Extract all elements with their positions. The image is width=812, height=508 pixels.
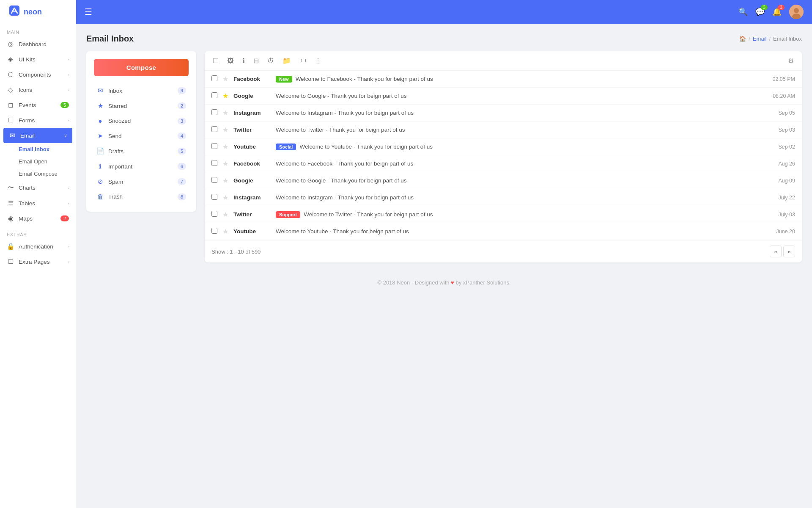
spam-count: 7 [178,178,186,185]
mail-folder-snoozed[interactable]: ● Snoozed 3 [94,113,189,128]
charts-icon: 〜 [7,184,14,192]
email-row[interactable]: ★ Youtube Welcome to Youtube - Thank you… [205,223,802,240]
sidebar-item-email-open[interactable]: Email Open [0,155,76,168]
email-checkbox[interactable] [211,92,217,98]
email-checkbox-wrapper[interactable] [211,109,217,116]
email-checkbox[interactable] [211,109,217,115]
star-icon[interactable]: ★ [222,177,228,185]
email-toolbar: ☐ 🖼 ℹ ⊟ ⏱ 📁 🏷 ⋮ ⚙ [205,51,802,71]
search-icon-button[interactable]: 🔍 [738,7,748,17]
chevron-right-icon: › [67,185,69,190]
mail-folder-inbox[interactable]: ✉ Inbox 9 [94,83,189,98]
email-checkbox-wrapper[interactable] [211,194,217,201]
email-checkbox[interactable] [211,228,217,234]
email-checkbox-wrapper[interactable] [211,75,217,83]
star-icon[interactable]: ★ [222,75,228,83]
report-icon[interactable]: ℹ [241,55,246,66]
email-checkbox[interactable] [211,160,217,166]
prev-page-button[interactable]: « [770,246,782,257]
email-row[interactable]: ★ Instagram Welcome to Instagram - Thank… [205,105,802,121]
mail-folder-drafts[interactable]: 📄 Drafts 5 [94,144,189,159]
email-row[interactable]: ★ Google Welcome to Google - Thank you f… [205,88,802,105]
sidebar-item-icons[interactable]: ◇ Icons › [0,82,76,97]
settings-icon[interactable]: ⚙ [787,55,795,66]
sidebar-item-maps[interactable]: ◉ Maps 2 [0,211,76,226]
messages-icon-button[interactable]: 💬 3 [755,7,765,17]
star-icon[interactable]: ★ [222,210,228,218]
email-time: Aug 09 [778,178,795,184]
avatar[interactable] [789,5,804,19]
sidebar-item-email[interactable]: ✉ Email ∨ [3,128,72,143]
sidebar-item-label: Extra Pages [19,259,67,265]
label-icon[interactable]: 🏷 [298,56,307,66]
star-icon[interactable]: ★ [222,143,228,151]
email-subject: Welcome to Instagram - Thank you for bei… [276,110,414,116]
mail-folder-starred[interactable]: ★ Starred 2 [94,98,189,113]
next-page-button[interactable]: » [783,246,795,257]
breadcrumb-email-link[interactable]: Email [753,36,767,42]
sidebar-item-extra-pages[interactable]: ☐ Extra Pages › [0,254,76,269]
hamburger-button[interactable]: ☰ [85,7,92,17]
sidebar-item-email-inbox[interactable]: Email Inbox [0,143,76,155]
main-content: Email Inbox 🏠 / Email / Email Inbox Comp… [76,24,812,508]
star-icon[interactable]: ★ [222,160,228,168]
email-checkbox-wrapper[interactable] [211,92,217,99]
star-icon[interactable]: ★ [222,193,228,202]
move-icon[interactable]: 📁 [281,55,292,66]
mail-folder-send[interactable]: ➤ Send 4 [94,128,189,144]
chevron-right-icon: › [67,201,69,206]
email-row[interactable]: ★ Facebook New Welcome to Facebook - Tha… [205,71,802,88]
email-row[interactable]: ★ Twitter Support Welcome to Twitter - T… [205,206,802,223]
email-sender: Youtube [233,144,276,150]
email-checkbox[interactable] [211,211,217,217]
footer-text: © 2018 Neon - Designed with ♥ by xPanthe… [377,279,510,286]
email-checkbox[interactable] [211,194,217,200]
mail-folder-trash[interactable]: 🗑 Trash 8 [94,189,189,204]
send-icon: ➤ [96,132,104,140]
star-icon[interactable]: ★ [222,227,228,235]
email-row[interactable]: ★ Google Welcome to Google - Thank you f… [205,172,802,189]
archive-icon[interactable]: 🖼 [226,56,235,66]
mail-folder-important[interactable]: ℹ Important 6 [94,159,189,174]
email-checkbox-wrapper[interactable] [211,126,217,133]
email-checkbox[interactable] [211,126,217,132]
email-checkbox-wrapper[interactable] [211,211,217,218]
logo: neon [0,0,76,24]
email-row[interactable]: ★ Instagram Welcome to Instagram - Thank… [205,189,802,206]
compose-button[interactable]: Compose [94,59,189,76]
email-checkbox-wrapper[interactable] [211,143,217,150]
email-row[interactable]: ★ Facebook Welcome to Facebook - Thank y… [205,155,802,172]
select-all-icon[interactable]: ☐ [211,55,220,66]
sidebar-item-label: Dashboard [19,41,69,47]
email-checkbox-wrapper[interactable] [211,177,217,184]
sidebar-item-email-compose[interactable]: Email Compose [0,168,76,180]
email-checkbox[interactable] [211,143,217,149]
notifications-icon-button[interactable]: 🔔 3 [772,7,782,17]
email-row[interactable]: ★ Youtube Social Welcome to Youtube - Th… [205,138,802,155]
email-checkbox-wrapper[interactable] [211,228,217,235]
sidebar-item-charts[interactable]: 〜 Charts › [0,180,76,196]
mail-folder-spam[interactable]: ⊘ Spam 7 [94,174,189,189]
email-checkbox[interactable] [211,75,217,81]
star-icon[interactable]: ★ [222,92,228,100]
email-tag: Support [276,211,300,218]
email-row[interactable]: ★ Twitter Welcome to Twitter - Thank you… [205,121,802,138]
email-checkbox-wrapper[interactable] [211,160,217,167]
email-checkbox[interactable] [211,177,217,183]
star-icon[interactable]: ★ [222,126,228,134]
sidebar-item-events[interactable]: ◻ Events 5 [0,97,76,113]
snooze-icon[interactable]: ⏱ [266,56,275,66]
sidebar-item-components[interactable]: ⬡ Components › [0,67,76,82]
delete-icon[interactable]: ⊟ [252,55,260,66]
breadcrumb-home-icon[interactable]: 🏠 [739,36,746,42]
email-pagination: Show : 1 - 10 of 590 « » [205,240,802,262]
sidebar-item-dashboard[interactable]: ◎ Dashboard [0,36,76,52]
sidebar-item-tables[interactable]: ☰ Tables › [0,196,76,211]
sidebar-item-authentication[interactable]: 🔒 Authenication › [0,239,76,254]
sidebar-item-forms[interactable]: ☐ Forms › [0,113,76,128]
more-icon[interactable]: ⋮ [313,55,323,66]
sidebar-item-ui-kits[interactable]: ◈ UI Kits › [0,52,76,67]
email-icon: ✉ [8,132,16,139]
email-submenu: Email Inbox Email Open Email Compose [0,143,76,180]
star-icon[interactable]: ★ [222,109,228,117]
